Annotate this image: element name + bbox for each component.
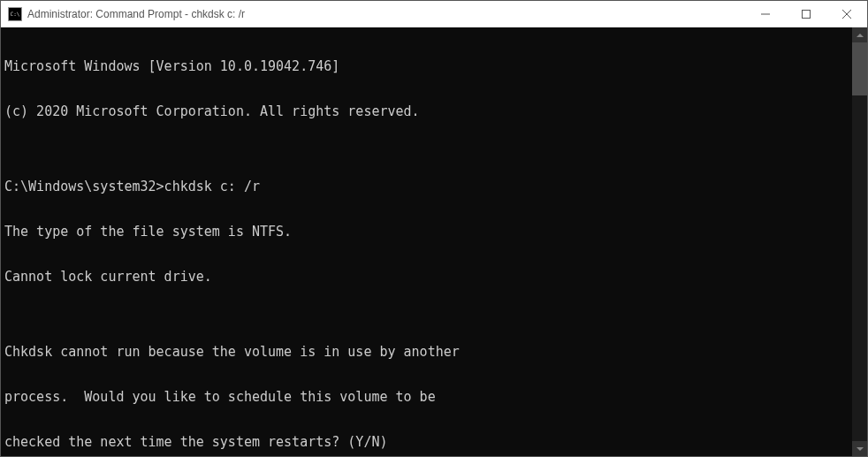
- cmd-icon: C:\: [8, 7, 22, 21]
- close-button[interactable]: [826, 1, 867, 27]
- terminal-area: Microsoft Windows [Version 10.0.19042.74…: [1, 27, 867, 456]
- titlebar[interactable]: C:\ Administrator: Command Prompt - chkd…: [1, 1, 867, 27]
- scroll-down-button[interactable]: [852, 441, 867, 456]
- window-controls: [745, 1, 867, 27]
- terminal-line: Microsoft Windows [Version 10.0.19042.74…: [4, 59, 852, 74]
- terminal-output[interactable]: Microsoft Windows [Version 10.0.19042.74…: [1, 27, 852, 456]
- command-prompt-window: C:\ Administrator: Command Prompt - chkd…: [0, 0, 868, 457]
- scroll-up-button[interactable]: [852, 27, 867, 42]
- terminal-line: checked the next time the system restart…: [4, 435, 852, 450]
- terminal-line: C:\Windows\system32>chkdsk c: /r: [4, 179, 852, 194]
- minimize-button[interactable]: [745, 1, 786, 27]
- terminal-line: (c) 2020 Microsoft Corporation. All righ…: [4, 104, 852, 119]
- terminal-line: The type of the file system is NTFS.: [4, 225, 852, 240]
- scroll-thumb[interactable]: [852, 42, 867, 95]
- svg-marker-5: [857, 447, 864, 451]
- svg-rect-1: [803, 11, 811, 19]
- vertical-scrollbar[interactable]: [852, 27, 867, 456]
- maximize-button[interactable]: [786, 1, 826, 27]
- terminal-line: Chkdsk cannot run because the volume is …: [4, 345, 852, 360]
- terminal-line: Cannot lock current drive.: [4, 270, 852, 285]
- terminal-line: process. Would you like to schedule this…: [4, 390, 852, 405]
- window-title: Administrator: Command Prompt - chkdsk c…: [27, 8, 745, 20]
- svg-marker-4: [857, 34, 864, 37]
- scroll-track[interactable]: [852, 42, 867, 441]
